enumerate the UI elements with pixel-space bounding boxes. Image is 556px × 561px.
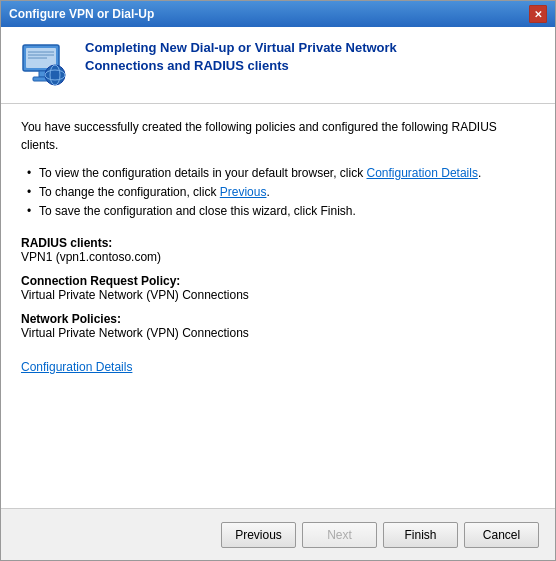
config-details-link[interactable]: Configuration Details bbox=[21, 360, 132, 374]
np-value: Virtual Private Network (VPN) Connection… bbox=[21, 326, 535, 340]
computer-icon bbox=[17, 39, 69, 91]
bullet-list: To view the configuration details in you… bbox=[31, 164, 535, 222]
header-section: Completing New Dial-up or Virtual Privat… bbox=[1, 27, 555, 104]
previous-button[interactable]: Previous bbox=[221, 522, 296, 548]
config-details-link-inline[interactable]: Configuration Details bbox=[367, 166, 478, 180]
bullet-item-3: To save the configuration and close this… bbox=[31, 202, 535, 221]
svg-point-7 bbox=[45, 65, 65, 85]
dialog-content: Completing New Dial-up or Virtual Privat… bbox=[1, 27, 555, 560]
bullet-item-2: To change the configuration, click Previ… bbox=[31, 183, 535, 202]
crp-value: Virtual Private Network (VPN) Connection… bbox=[21, 288, 535, 302]
bullet-item-1: To view the configuration details in you… bbox=[31, 164, 535, 183]
footer: Previous Next Finish Cancel bbox=[1, 508, 555, 560]
previous-link[interactable]: Previous bbox=[220, 185, 267, 199]
main-window: Configure VPN or Dial-Up ✕ bbox=[0, 0, 556, 561]
radius-label: RADIUS clients: bbox=[21, 236, 535, 250]
radius-value: VPN1 (vpn1.contoso.com) bbox=[21, 250, 535, 264]
title-bar-left: Configure VPN or Dial-Up bbox=[9, 7, 154, 21]
title-bar: Configure VPN or Dial-Up ✕ bbox=[1, 1, 555, 27]
intro-text: You have successfully created the follow… bbox=[21, 118, 535, 154]
summary-section: RADIUS clients: VPN1 (vpn1.contoso.com) … bbox=[21, 236, 535, 340]
close-button[interactable]: ✕ bbox=[529, 5, 547, 23]
main-content: You have successfully created the follow… bbox=[1, 104, 555, 508]
cancel-button[interactable]: Cancel bbox=[464, 522, 539, 548]
np-label: Network Policies: bbox=[21, 312, 535, 326]
finish-button[interactable]: Finish bbox=[383, 522, 458, 548]
config-link-section: Configuration Details bbox=[21, 360, 535, 374]
window-title: Configure VPN or Dial-Up bbox=[9, 7, 154, 21]
next-button[interactable]: Next bbox=[302, 522, 377, 548]
wizard-icon bbox=[17, 39, 69, 91]
header-title: Completing New Dial-up or Virtual Privat… bbox=[85, 39, 397, 75]
crp-label: Connection Request Policy: bbox=[21, 274, 535, 288]
